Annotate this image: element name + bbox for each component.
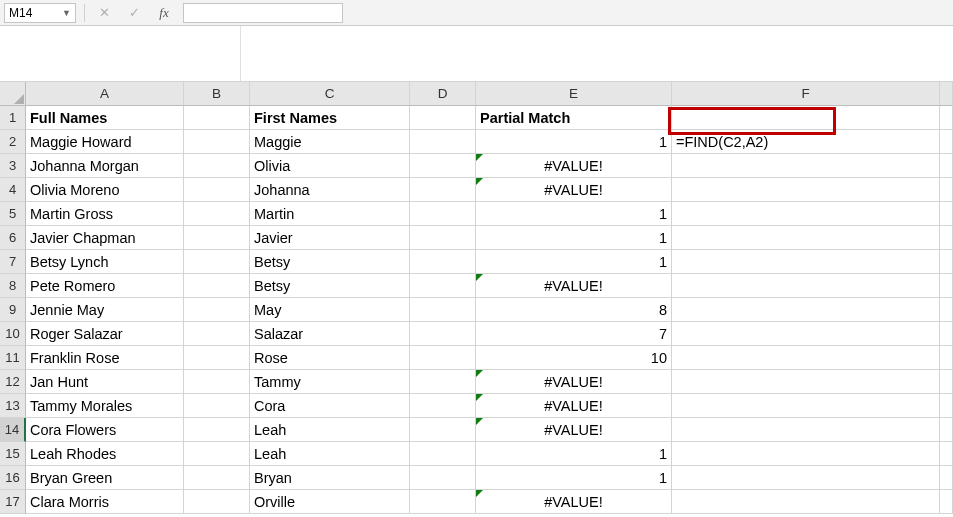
- cell-b1[interactable]: [184, 106, 250, 130]
- cell-d15[interactable]: [410, 442, 476, 466]
- cell-e4[interactable]: #VALUE!: [476, 178, 672, 202]
- cell-d9[interactable]: [410, 298, 476, 322]
- cell-f3[interactable]: [672, 154, 940, 178]
- cell-b4[interactable]: [184, 178, 250, 202]
- row-header-14[interactable]: 14: [0, 418, 26, 442]
- cell-a3[interactable]: Johanna Morgan: [26, 154, 184, 178]
- cell-g14[interactable]: [940, 418, 953, 442]
- cell-f15[interactable]: [672, 442, 940, 466]
- row-header-2[interactable]: 2: [0, 130, 26, 154]
- cell-b8[interactable]: [184, 274, 250, 298]
- cell-b11[interactable]: [184, 346, 250, 370]
- cell-c4[interactable]: Johanna: [250, 178, 410, 202]
- cell-g1[interactable]: [940, 106, 953, 130]
- cell-b9[interactable]: [184, 298, 250, 322]
- cell-f4[interactable]: [672, 178, 940, 202]
- row-header-13[interactable]: 13: [0, 394, 26, 418]
- cell-f9[interactable]: [672, 298, 940, 322]
- cell-d13[interactable]: [410, 394, 476, 418]
- cell-f17[interactable]: [672, 490, 940, 514]
- cell-b16[interactable]: [184, 466, 250, 490]
- row-header-8[interactable]: 8: [0, 274, 26, 298]
- cell-c17[interactable]: Orville: [250, 490, 410, 514]
- cell-c2[interactable]: Maggie: [250, 130, 410, 154]
- spreadsheet-grid[interactable]: ABCDEF1Full NamesFirst NamesPartial Matc…: [0, 82, 953, 514]
- cell-a4[interactable]: Olivia Moreno: [26, 178, 184, 202]
- confirm-button[interactable]: ✓: [123, 3, 145, 23]
- cell-c3[interactable]: Olivia: [250, 154, 410, 178]
- cell-c16[interactable]: Bryan: [250, 466, 410, 490]
- cell-a6[interactable]: Javier Chapman: [26, 226, 184, 250]
- cell-c15[interactable]: Leah: [250, 442, 410, 466]
- cell-b6[interactable]: [184, 226, 250, 250]
- cell-e14[interactable]: #VALUE!: [476, 418, 672, 442]
- cell-d12[interactable]: [410, 370, 476, 394]
- cell-f10[interactable]: [672, 322, 940, 346]
- cell-b17[interactable]: [184, 490, 250, 514]
- row-header-12[interactable]: 12: [0, 370, 26, 394]
- row-header-15[interactable]: 15: [0, 442, 26, 466]
- cell-a2[interactable]: Maggie Howard: [26, 130, 184, 154]
- cell-e17[interactable]: #VALUE!: [476, 490, 672, 514]
- cell-b2[interactable]: [184, 130, 250, 154]
- column-header-C[interactable]: C: [250, 82, 410, 106]
- cell-a17[interactable]: Clara Morris: [26, 490, 184, 514]
- cell-b12[interactable]: [184, 370, 250, 394]
- cell-g11[interactable]: [940, 346, 953, 370]
- cell-a14[interactable]: Cora Flowers: [26, 418, 184, 442]
- cell-d11[interactable]: [410, 346, 476, 370]
- cell-g17[interactable]: [940, 490, 953, 514]
- cell-c14[interactable]: Leah: [250, 418, 410, 442]
- cell-d6[interactable]: [410, 226, 476, 250]
- cell-g7[interactable]: [940, 250, 953, 274]
- cell-g4[interactable]: [940, 178, 953, 202]
- cell-e10[interactable]: 7: [476, 322, 672, 346]
- cell-a10[interactable]: Roger Salazar: [26, 322, 184, 346]
- cell-a16[interactable]: Bryan Green: [26, 466, 184, 490]
- cell-f16[interactable]: [672, 466, 940, 490]
- cell-g8[interactable]: [940, 274, 953, 298]
- column-header-B[interactable]: B: [184, 82, 250, 106]
- cell-a5[interactable]: Martin Gross: [26, 202, 184, 226]
- column-header-A[interactable]: A: [26, 82, 184, 106]
- cell-d8[interactable]: [410, 274, 476, 298]
- cell-g12[interactable]: [940, 370, 953, 394]
- row-header-11[interactable]: 11: [0, 346, 26, 370]
- cell-b14[interactable]: [184, 418, 250, 442]
- cell-e8[interactable]: #VALUE!: [476, 274, 672, 298]
- cell-e3[interactable]: #VALUE!: [476, 154, 672, 178]
- cell-f11[interactable]: [672, 346, 940, 370]
- cell-a11[interactable]: Franklin Rose: [26, 346, 184, 370]
- cell-d14[interactable]: [410, 418, 476, 442]
- cell-b15[interactable]: [184, 442, 250, 466]
- cell-c11[interactable]: Rose: [250, 346, 410, 370]
- cell-c10[interactable]: Salazar: [250, 322, 410, 346]
- cell-g10[interactable]: [940, 322, 953, 346]
- cell-g6[interactable]: [940, 226, 953, 250]
- cell-g13[interactable]: [940, 394, 953, 418]
- cell-e9[interactable]: 8: [476, 298, 672, 322]
- row-header-1[interactable]: 1: [0, 106, 26, 130]
- cell-d5[interactable]: [410, 202, 476, 226]
- cell-a8[interactable]: Pete Romero: [26, 274, 184, 298]
- row-header-5[interactable]: 5: [0, 202, 26, 226]
- cell-e7[interactable]: 1: [476, 250, 672, 274]
- cell-g3[interactable]: [940, 154, 953, 178]
- cell-e13[interactable]: #VALUE!: [476, 394, 672, 418]
- cell-d7[interactable]: [410, 250, 476, 274]
- row-header-10[interactable]: 10: [0, 322, 26, 346]
- row-header-4[interactable]: 4: [0, 178, 26, 202]
- cell-d1[interactable]: [410, 106, 476, 130]
- cell-g9[interactable]: [940, 298, 953, 322]
- cell-d2[interactable]: [410, 130, 476, 154]
- row-header-6[interactable]: 6: [0, 226, 26, 250]
- cell-f12[interactable]: [672, 370, 940, 394]
- cell-b3[interactable]: [184, 154, 250, 178]
- select-all-corner[interactable]: [0, 82, 26, 106]
- cell-c13[interactable]: Cora: [250, 394, 410, 418]
- row-header-9[interactable]: 9: [0, 298, 26, 322]
- column-header-E[interactable]: E: [476, 82, 672, 106]
- name-box[interactable]: M14 ▼: [4, 3, 76, 23]
- cell-f14[interactable]: [672, 418, 940, 442]
- cell-c5[interactable]: Martin: [250, 202, 410, 226]
